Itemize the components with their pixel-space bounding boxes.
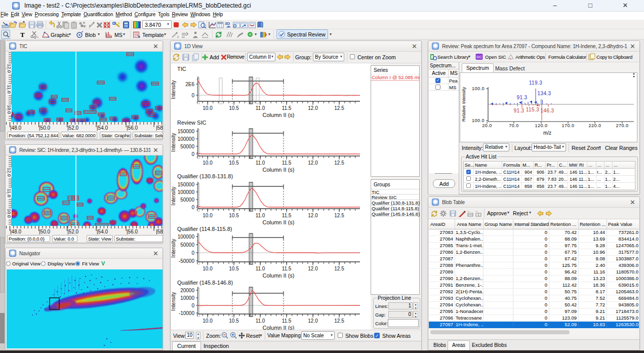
- svg-text:0123: 0123: [218, 22, 223, 24]
- svg-text:11.5: 11.5: [282, 105, 292, 111]
- svg-text:12.0: 12.0: [308, 213, 318, 218]
- svg-text:0: 0: [191, 303, 194, 308]
- svg-text:Column II (s): Column II (s): [263, 272, 295, 279]
- svg-text:12.0: 12.0: [308, 160, 318, 166]
- svg-text:100000: 100000: [178, 189, 195, 195]
- svg-text:12.5: 12.5: [334, 105, 344, 111]
- svg-text:10.0: 10.0: [203, 160, 213, 166]
- svg-text:20000: 20000: [180, 288, 194, 293]
- svg-text:Qualifier (114.8-115.8): Qualifier (114.8-115.8): [177, 226, 232, 232]
- svg-text:270.0: 270.0: [616, 123, 628, 128]
- svg-text:Qualifier (145.8-146.8): Qualifier (145.8-146.8): [177, 280, 233, 286]
- svg-text:m/z: m/z: [543, 130, 551, 136]
- svg-text:SIC: SIC: [476, 55, 482, 59]
- svg-text:100.0: 100.0: [472, 118, 485, 123]
- svg-text:Relative Intensity: Relative Intensity: [461, 87, 466, 122]
- svg-text:0: 0: [191, 93, 194, 98]
- svg-text:12.5: 12.5: [334, 266, 344, 271]
- svg-text:Column II (s): Column II (s): [263, 219, 295, 225]
- svg-text:150000: 150000: [178, 182, 195, 187]
- svg-text:50000: 50000: [180, 197, 194, 203]
- svg-text:12.5: 12.5: [334, 160, 344, 166]
- svg-text:115.3: 115.3: [526, 107, 539, 112]
- svg-text:220.0: 220.0: [588, 123, 601, 128]
- svg-text:12.0: 12.0: [308, 318, 318, 324]
- svg-text:10.0: 10.0: [203, 105, 213, 111]
- svg-text:11.0: 11.0: [256, 160, 265, 166]
- svg-text:10000: 10000: [180, 295, 194, 301]
- svg-text:12.5: 12.5: [334, 213, 344, 218]
- svg-text:Intensity: Intensity: [171, 133, 176, 151]
- svg-text:-10000: -10000: [179, 310, 195, 316]
- svg-text:91.3: 91.3: [513, 108, 524, 113]
- svg-text:11.5: 11.5: [282, 213, 292, 218]
- svg-text:11.0: 11.0: [256, 266, 265, 271]
- svg-text:Intensity: Intensity: [171, 80, 176, 99]
- svg-text:134.3: 134.3: [537, 91, 551, 96]
- svg-text:3D: 3D: [225, 21, 230, 26]
- svg-text:100.0: 100.0: [472, 86, 485, 91]
- svg-text:10.0: 10.0: [203, 213, 213, 218]
- svg-text:20.0: 20.0: [482, 123, 492, 128]
- svg-text:Qualifier (130.8-131.8): Qualifier (130.8-131.8): [177, 173, 233, 179]
- svg-text:10.5: 10.5: [229, 266, 239, 271]
- svg-text:Intensity: Intensity: [171, 186, 176, 205]
- svg-text:Intensity: Intensity: [171, 239, 176, 257]
- svg-text:11.5: 11.5: [282, 266, 292, 271]
- svg-text:10.5: 10.5: [229, 160, 239, 166]
- svg-text:12.0: 12.0: [308, 266, 318, 271]
- svg-text:10.0: 10.0: [203, 318, 213, 324]
- svg-text:10.5: 10.5: [229, 105, 239, 111]
- svg-text:119.3: 119.3: [529, 80, 542, 86]
- svg-text:11.5: 11.5: [282, 318, 292, 324]
- svg-text:11.5: 11.5: [282, 160, 292, 166]
- svg-text:10.0: 10.0: [203, 266, 213, 271]
- svg-text:Review SIC: Review SIC: [177, 120, 207, 126]
- svg-text:0: 0: [234, 24, 236, 27]
- svg-text:+-: +-: [509, 57, 512, 60]
- svg-text:10.5: 10.5: [229, 318, 239, 324]
- svg-text:12.5: 12.5: [334, 318, 344, 324]
- svg-text:50000: 50000: [180, 144, 194, 149]
- svg-text:TIC: TIC: [177, 66, 186, 72]
- svg-text:11.0: 11.0: [256, 105, 265, 111]
- svg-text:70.0: 70.0: [509, 123, 519, 128]
- svg-text:50000: 50000: [180, 242, 194, 248]
- svg-text:Column II (s): Column II (s): [263, 325, 295, 330]
- svg-text:150000: 150000: [178, 129, 195, 134]
- svg-text:146.3: 146.3: [540, 108, 554, 113]
- svg-text:11.0: 11.0: [256, 213, 265, 218]
- svg-text:120.0: 120.0: [535, 123, 547, 128]
- svg-text:2E6: 2E6: [185, 82, 194, 87]
- svg-text:0: 0: [191, 205, 194, 210]
- svg-text:170.0: 170.0: [561, 123, 574, 128]
- svg-text:100000: 100000: [178, 234, 195, 240]
- svg-text:91.3: 91.3: [516, 95, 527, 100]
- svg-text:Intensity: Intensity: [171, 292, 176, 310]
- svg-text:11.0: 11.0: [256, 318, 265, 324]
- svg-text:0: 0: [191, 250, 194, 256]
- svg-text:-50000: -50000: [179, 258, 195, 264]
- svg-text:12.0: 12.0: [308, 105, 318, 111]
- svg-text:10.5: 10.5: [229, 213, 239, 218]
- svg-text:100000: 100000: [178, 136, 195, 142]
- svg-text:0: 0: [191, 151, 194, 157]
- svg-text:Column II (s): Column II (s): [263, 112, 295, 118]
- svg-text:Column II (s): Column II (s): [263, 167, 295, 173]
